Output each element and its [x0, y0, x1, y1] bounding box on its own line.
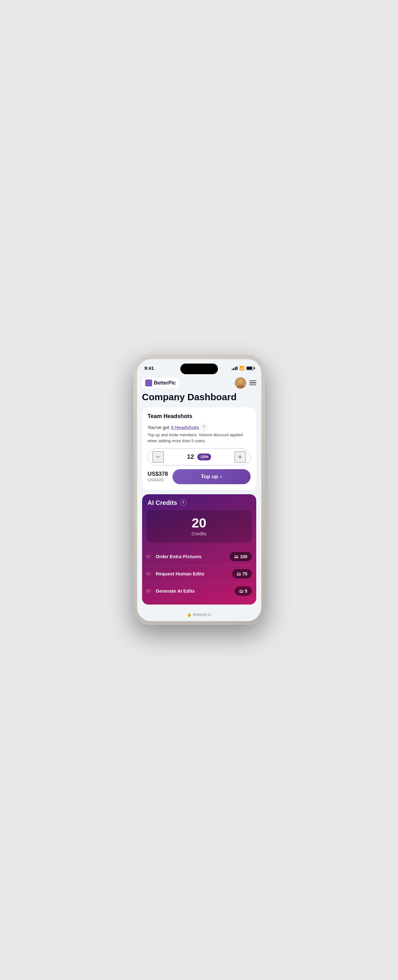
- price-current: US$378: [148, 471, 168, 477]
- headshots-question-badge[interactable]: ?: [201, 424, 207, 430]
- phone-wrapper: 9:41 📶 Bet: [133, 355, 265, 625]
- stack-icon-3: 🗂: [239, 589, 243, 593]
- stack-icon-2: 🗂: [237, 571, 241, 576]
- credit-item-1[interactable]: 01 Order Extra Pictures 🗂 100: [147, 548, 252, 565]
- scroll-content[interactable]: Company Dashboard Team Headshots You've …: [137, 392, 261, 610]
- stepper-value-container: 12 -10%: [167, 453, 232, 460]
- lock-icon: 🔒: [187, 612, 192, 617]
- topup-label: Top up: [201, 474, 218, 480]
- headshots-text-row: You've got 0 Headshots ?: [148, 424, 251, 430]
- credit-item-1-num: 01: [147, 554, 153, 559]
- price-original: US$420: [148, 477, 168, 482]
- headshots-desc-text: Top up and invite members. Volume discou…: [148, 433, 243, 443]
- credit-item-3-cost: 5: [245, 589, 248, 593]
- hamburger-button[interactable]: [249, 380, 256, 385]
- price-container: US$378 US$420: [148, 471, 168, 482]
- volume-up-button: [132, 411, 133, 428]
- wifi-icon: 📶: [239, 366, 244, 371]
- headshots-link[interactable]: 0 Headshots: [171, 425, 199, 430]
- svg-point-1: [238, 379, 243, 383]
- stepper-value: 12: [187, 453, 194, 460]
- volume-mute-button: [132, 396, 133, 406]
- avatar[interactable]: [235, 377, 246, 389]
- phone-frame: 9:41 📶 Bet: [133, 355, 265, 625]
- ai-credits-title: AI Credits: [148, 499, 177, 506]
- topup-button[interactable]: Top up ›: [173, 469, 251, 484]
- discount-badge: -10%: [197, 453, 211, 460]
- url-text: betterpic.io: [193, 612, 211, 617]
- nav-right: [235, 377, 256, 389]
- quantity-stepper: − 12 -10% +: [148, 449, 251, 465]
- power-button: [265, 418, 266, 442]
- ai-credits-header: AI Credits ?: [142, 494, 256, 510]
- bottom-url: 🔒 betterpic.io: [143, 612, 255, 617]
- credit-item-3-label: Generate AI Edits: [156, 588, 232, 593]
- logo-text: BetterPic: [154, 380, 176, 386]
- signal-icon: [232, 366, 237, 370]
- logo-icon: [145, 380, 152, 387]
- credit-item-3[interactable]: 03 Generate AI Edits 🗂 5: [147, 582, 252, 600]
- dynamic-island: [181, 364, 218, 374]
- team-headshots-card: Team Headshots You've got 0 Headshots ? …: [142, 407, 256, 490]
- credit-item-2-label: Request Human Edits: [156, 571, 229, 576]
- avatar-image: [235, 377, 246, 389]
- ai-credits-card: AI Credits ? 20 Credits 01 Order Extra P…: [142, 494, 256, 605]
- phone-screen: 9:41 📶 Bet: [137, 359, 261, 621]
- credit-item-2-num: 02: [147, 572, 153, 576]
- bottom-bar: 🔒 betterpic.io: [137, 610, 261, 621]
- page-title: Company Dashboard: [142, 392, 256, 403]
- credit-item-3-num: 03: [147, 589, 153, 593]
- headshots-description: Top up and invite members. Volume discou…: [148, 432, 251, 444]
- topup-chevron: ›: [220, 474, 222, 480]
- credits-display: 20 Credits: [147, 510, 252, 542]
- price-row: US$378 US$420 Top up ›: [148, 469, 251, 484]
- credit-item-1-cost-badge: 🗂 100: [230, 552, 251, 561]
- credit-item-1-label: Order Extra Pictures: [156, 554, 227, 559]
- stack-icon-1: 🗂: [234, 554, 238, 559]
- card-title-headshots: Team Headshots: [148, 413, 251, 420]
- credit-item-3-cost-badge: 🗂 5: [235, 586, 252, 596]
- credit-item-2-cost-badge: 🗂 75: [232, 569, 252, 579]
- credit-item-2-cost: 75: [243, 571, 248, 576]
- you-have-text: You've got: [148, 425, 169, 430]
- stepper-minus-button[interactable]: −: [152, 451, 164, 463]
- logo-container: BetterPic: [142, 378, 179, 388]
- battery-icon: [246, 366, 254, 370]
- stepper-plus-button[interactable]: +: [235, 451, 246, 463]
- volume-down-button: [132, 432, 133, 449]
- credit-item-2[interactable]: 02 Request Human Edits 🗂 75: [147, 565, 252, 582]
- ai-credits-question-badge[interactable]: ?: [180, 499, 187, 506]
- nav-bar: BetterPic: [137, 375, 261, 392]
- credits-number: 20: [153, 517, 246, 530]
- hamburger-line-3: [249, 385, 256, 385]
- credits-label: Credits: [153, 531, 246, 536]
- credit-item-1-cost: 100: [240, 554, 247, 559]
- hamburger-line-2: [249, 382, 256, 383]
- credit-items-list: 01 Order Extra Pictures 🗂 100 02 Request…: [142, 547, 256, 605]
- status-icons: 📶: [232, 366, 254, 371]
- status-time: 9:41: [145, 366, 154, 371]
- hamburger-line-1: [249, 380, 256, 382]
